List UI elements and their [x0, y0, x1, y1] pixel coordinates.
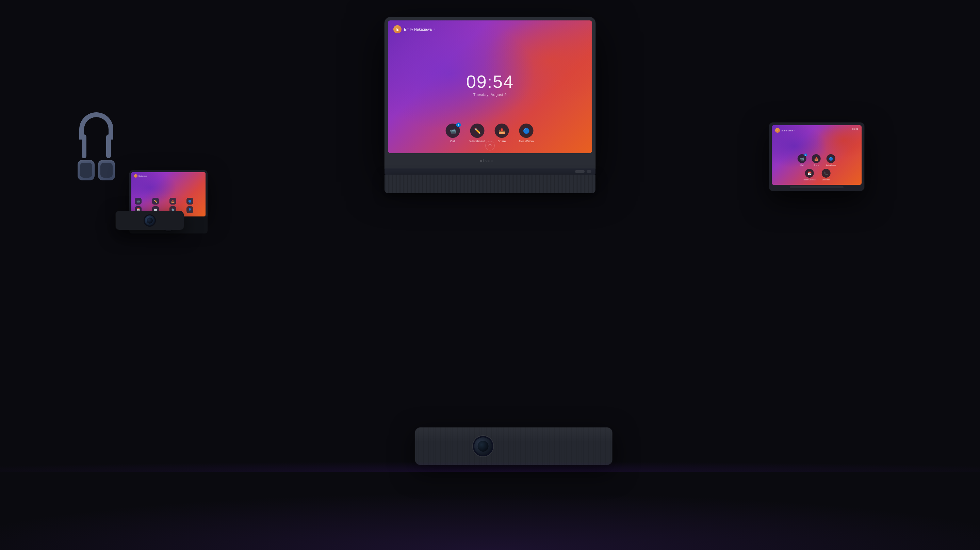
- call-icon: 📹: [450, 128, 456, 134]
- tablet-user-bar[interactable]: S Springwise ›: [775, 128, 795, 133]
- monitor-chin: cisco: [388, 153, 592, 169]
- headphone-cup-inner-right: [100, 163, 113, 178]
- call-badge: 2: [456, 123, 461, 127]
- tablet-right: S Springwise › 09:54 📹 2 Call: [769, 123, 864, 191]
- monitor-base: [385, 169, 595, 175]
- tablet-call-label: Call: [800, 164, 803, 166]
- share-button[interactable]: 📤: [495, 124, 509, 138]
- action-join-webex[interactable]: 🔵 Join Webex: [519, 124, 535, 143]
- desk-hub-user-name: Springwise: [138, 175, 147, 177]
- tablet-screen: S Springwise › 09:54 📹 2 Call: [772, 125, 862, 185]
- monitor-base-indicator: [575, 170, 585, 173]
- monitor-outer: E Emily Nakagawa › 09:54 Tuesday, August…: [385, 17, 595, 169]
- home-icon: [488, 144, 492, 147]
- headphone-left-cup: [78, 160, 95, 180]
- whiteboard-label: Whiteboard: [469, 140, 485, 143]
- hub-app-call[interactable]: 📹: [135, 198, 142, 204]
- user-chevron: ›: [434, 27, 435, 31]
- call-label: Call: [450, 140, 456, 143]
- whiteboard-button[interactable]: ✏️: [470, 124, 485, 138]
- tablet-webex-icon: 🔵: [829, 157, 833, 161]
- desk-hub-user-bar: Springwise: [134, 174, 147, 178]
- tablet-action-voicemail[interactable]: 📞 Voicemail: [821, 169, 830, 181]
- webcam-lens-inner: [147, 217, 153, 223]
- hub-app-whiteboard[interactable]: ✏️: [152, 198, 159, 204]
- device-shadows: [0, 451, 980, 472]
- headphone-right-cup: [98, 160, 115, 180]
- screen-time-display: 09:54 Tuesday, August 9: [466, 73, 514, 97]
- svg-text:cisco: cisco: [480, 159, 494, 163]
- tablet-action-calendar[interactable]: 📅 Room Calendar: [803, 169, 816, 181]
- headphone-right-arm: [106, 134, 111, 158]
- tablet-avatar: S: [775, 128, 780, 133]
- tablet-actions-row2: 📅 Room Calendar 📞 Voicemail: [798, 169, 836, 181]
- headphone-left-arm: [82, 134, 86, 158]
- action-whiteboard[interactable]: ✏️ Whiteboard: [469, 124, 485, 143]
- tablet-time: 09:54: [852, 128, 858, 130]
- headphone-cup-inner: [80, 163, 92, 178]
- clock-time: 09:54: [466, 73, 514, 91]
- tablet-action-share[interactable]: 📤 Share: [812, 154, 821, 166]
- tablet-chevron: ›: [794, 129, 795, 131]
- tablet-voicemail-button[interactable]: 📞: [821, 169, 830, 178]
- monitor-speaker-grille: [385, 175, 595, 193]
- webcam: [116, 211, 184, 230]
- headphones: [74, 112, 118, 187]
- tablet-action-call[interactable]: 📹 2 Call: [798, 154, 807, 166]
- tablet-user-name: Springwise: [781, 129, 793, 132]
- share-icon: 📤: [498, 128, 505, 134]
- tablet-outer: S Springwise › 09:54 📹 2 Call: [769, 123, 864, 191]
- hub-app-webex[interactable]: 🔵: [186, 198, 193, 204]
- desk-hub-avatar: [134, 174, 137, 178]
- tablet-calendar-label: Room Calendar: [803, 179, 816, 181]
- monitor-base-button: [587, 170, 592, 173]
- desk-hub-screen: Springwise 📹 ✏️ 📤 🔵 📅 ✉️ ⚙️ 👤: [131, 172, 205, 217]
- tablet-call-button[interactable]: 📹 2: [798, 154, 807, 163]
- tablet-call-icon: 📹: [800, 157, 804, 161]
- tablet-call-badge: 2: [804, 153, 807, 156]
- share-label: Share: [498, 140, 506, 143]
- tablet-voicemail-icon: 📞: [824, 172, 828, 175]
- webex-icon: 🔵: [523, 128, 530, 134]
- tablet-voicemail-label: Voicemail: [822, 179, 830, 181]
- action-share[interactable]: 📤 Share: [495, 124, 509, 143]
- tablet-share-button[interactable]: 📤: [812, 154, 821, 163]
- tablet-share-icon: 📤: [814, 157, 818, 161]
- tablet-speaker-bar: [790, 186, 843, 188]
- screen-user-bar[interactable]: E Emily Nakagawa ›: [393, 25, 435, 33]
- hub-app-user[interactable]: 👤: [186, 206, 193, 213]
- home-button[interactable]: [485, 141, 495, 150]
- join-webex-button[interactable]: 🔵: [519, 124, 533, 138]
- main-monitor: E Emily Nakagawa › 09:54 Tuesday, August…: [385, 17, 595, 193]
- monitor-screen: E Emily Nakagawa › 09:54 Tuesday, August…: [388, 21, 592, 153]
- call-button[interactable]: 📹 2: [446, 124, 460, 138]
- tablet-action-webex[interactable]: 🔵 Join Webex: [826, 154, 836, 166]
- join-webex-label: Join Webex: [519, 140, 535, 143]
- svg-point-0: [488, 144, 492, 147]
- tablet-actions-row1: 📹 2 Call 📤 Share 🔵: [798, 154, 836, 166]
- cisco-logo: cisco: [480, 158, 500, 164]
- whiteboard-icon: ✏️: [474, 128, 481, 134]
- screen-actions: 📹 2 Call ✏️ Whiteboard 📤: [446, 124, 535, 143]
- tablet-calendar-button[interactable]: 📅: [805, 169, 814, 178]
- tablet-actions: 📹 2 Call 📤 Share 🔵: [798, 154, 836, 181]
- user-name: Emily Nakagawa: [404, 27, 432, 31]
- cisco-wordmark: cisco: [480, 158, 500, 163]
- webcam-body: [116, 211, 184, 230]
- tablet-calendar-icon: 📅: [808, 172, 811, 175]
- action-call[interactable]: 📹 2 Call: [446, 124, 460, 143]
- hub-app-share[interactable]: 📤: [169, 198, 176, 204]
- tablet-webex-label: Join Webex: [826, 164, 836, 166]
- clock-date: Tuesday, August 9: [466, 92, 514, 97]
- user-avatar: E: [393, 25, 401, 33]
- tablet-share-label: Share: [814, 164, 819, 166]
- desk-hub-stand: Springwise 📹 ✏️ 📤 🔵 📅 ✉️ ⚙️ 👤: [129, 170, 208, 217]
- webcam-lens: [143, 214, 156, 227]
- tablet-webex-button[interactable]: 🔵: [827, 154, 835, 163]
